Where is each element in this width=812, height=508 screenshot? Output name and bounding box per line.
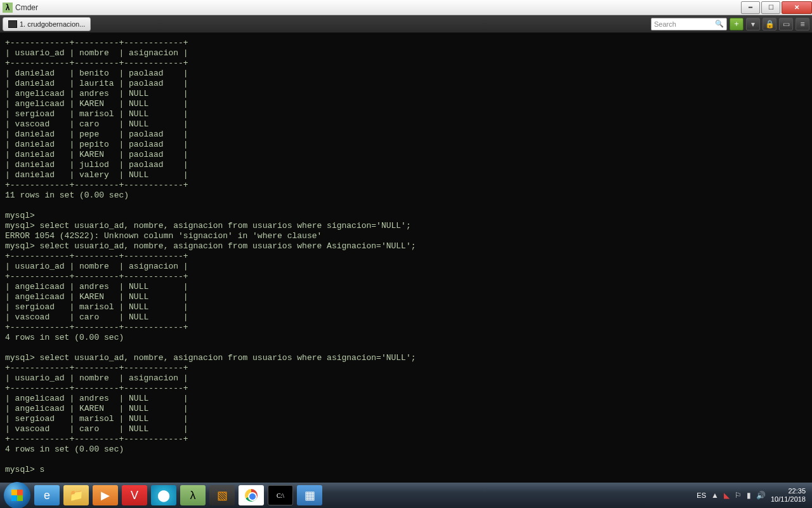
taskbar-explorer[interactable]: 📁 — [63, 485, 89, 505]
chevron-up-icon[interactable]: ▲ — [711, 491, 719, 500]
tab-label: 1. crudgobernacion... — [20, 20, 85, 28]
tab-crudgobernacion[interactable]: 1. crudgobernacion... — [3, 17, 91, 31]
new-tab-button[interactable]: ＋ — [730, 18, 743, 30]
layout-button[interactable]: ▭ — [779, 18, 793, 30]
taskbar: e 📁 ▶ V ⬤ λ ▧ C:\ ▦ ES ▲ ◣ ⚐ ▮ 🔊 22:35 1… — [0, 483, 812, 508]
minimize-button[interactable] — [741, 1, 760, 14]
close-button[interactable] — [782, 1, 812, 14]
tab-strip: 1. crudgobernacion... Search 🔍 ＋ ▾ 🔒 ▭ ≡ — [0, 15, 812, 33]
tray-date: 10/11/2018 — [771, 495, 806, 504]
taskbar-ie[interactable]: e — [34, 485, 60, 505]
window-title: Cmder — [15, 3, 740, 12]
taskbar-chrome[interactable] — [239, 485, 264, 505]
start-button[interactable] — [4, 482, 30, 508]
search-icon: 🔍 — [715, 20, 724, 28]
terminal-output[interactable]: +------------+---------+------------+ | … — [0, 33, 812, 483]
taskbar-wmp[interactable]: ▶ — [93, 485, 118, 505]
app-icon: λ — [3, 3, 13, 13]
window-controls — [740, 1, 812, 14]
tray-lang[interactable]: ES — [697, 491, 706, 499]
lock-button[interactable]: 🔒 — [763, 18, 776, 30]
taskbar-cmder[interactable]: λ — [180, 485, 206, 505]
system-tray: ES ▲ ◣ ⚐ ▮ 🔊 22:35 10/11/2018 — [697, 487, 808, 504]
taskbar-sublime[interactable]: ▧ — [209, 485, 235, 505]
taskbar-app-blue[interactable]: ▦ — [297, 485, 322, 505]
network-icon[interactable]: ▮ — [747, 491, 751, 500]
split-button[interactable]: ▾ — [746, 18, 760, 30]
titlebar: λ Cmder — [0, 0, 812, 15]
antivirus-icon[interactable]: ◣ — [724, 491, 730, 500]
action-center-icon[interactable]: ⚐ — [735, 491, 742, 500]
taskbar-app-globe[interactable]: ⬤ — [151, 485, 176, 505]
search-input[interactable]: Search 🔍 — [651, 18, 727, 30]
taskbar-cmd[interactable]: C:\ — [268, 485, 293, 505]
taskbar-vivaldi[interactable]: V — [122, 485, 147, 505]
tray-clock[interactable]: 22:35 10/11/2018 — [771, 487, 806, 504]
volume-icon[interactable]: 🔊 — [756, 491, 766, 500]
terminal-icon — [8, 20, 17, 28]
maximize-button[interactable] — [761, 1, 780, 14]
tray-time: 22:35 — [788, 487, 806, 495]
search-placeholder: Search — [654, 20, 676, 28]
menu-button[interactable]: ≡ — [796, 18, 809, 30]
